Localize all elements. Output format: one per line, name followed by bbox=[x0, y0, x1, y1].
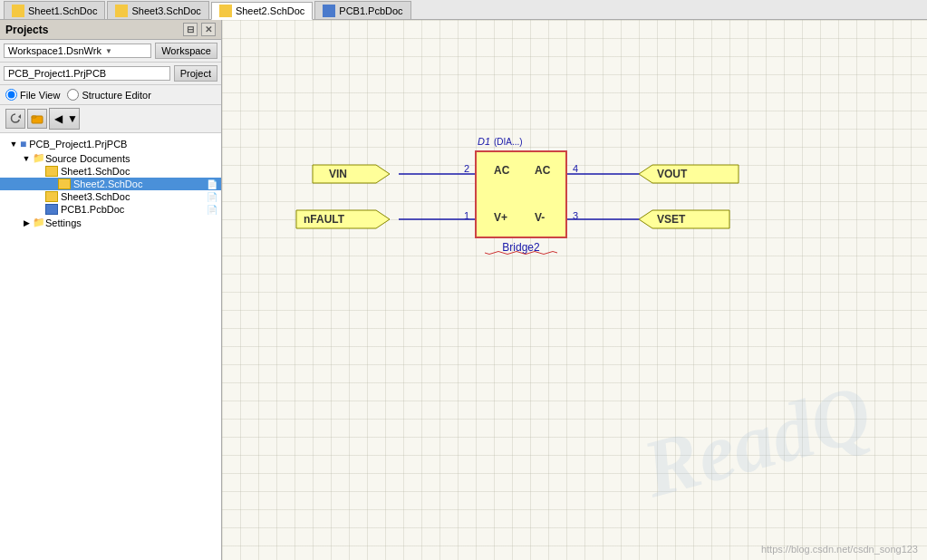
svg-text:VSET: VSET bbox=[657, 213, 686, 226]
svg-text:V-: V- bbox=[535, 211, 545, 224]
svg-marker-0 bbox=[18, 114, 21, 119]
settings-expander[interactable]: ▶ bbox=[20, 218, 33, 227]
folder-icon-btn[interactable] bbox=[27, 109, 47, 129]
canvas-area[interactable]: ReadQ 2 1 4 3 AC AC V+ V- bbox=[222, 20, 927, 560]
svg-text:1: 1 bbox=[464, 210, 469, 221]
tab-label-sheet1: Sheet1.SchDoc bbox=[28, 5, 97, 16]
svg-text:D1: D1 bbox=[478, 136, 490, 147]
tab-sheet3[interactable]: Sheet3.SchDoc bbox=[107, 1, 208, 19]
tab-pcb1[interactable]: PCB1.PcbDoc bbox=[314, 1, 410, 19]
svg-text:nFAULT: nFAULT bbox=[304, 213, 345, 226]
schematic-svg: 2 1 4 3 AC AC V+ V- D1 (DIA...) Bridge2 … bbox=[258, 92, 927, 364]
svg-text:AC: AC bbox=[535, 164, 551, 177]
arrow-left-btn[interactable]: ◀ bbox=[50, 109, 66, 129]
file-view-radio-label[interactable]: File View bbox=[5, 89, 60, 101]
tree-root-label: PCB_Project1.PrjPCB bbox=[29, 139, 127, 150]
sheet3-doc-icon: 📄 bbox=[207, 192, 217, 202]
file-view-radio[interactable] bbox=[5, 89, 17, 101]
workspace-toolbar: Workspace1.DsnWrk ▼ Workspace bbox=[0, 40, 221, 63]
workspace-dropdown-value: Workspace1.DsnWrk bbox=[8, 45, 101, 56]
tab-label-pcb1: PCB1.PcbDoc bbox=[339, 5, 402, 16]
structure-editor-radio-label[interactable]: Structure Editor bbox=[67, 89, 150, 101]
settings-folder-icon: 📁 bbox=[33, 217, 45, 228]
structure-editor-label: Structure Editor bbox=[82, 90, 150, 101]
sheet2-edit-icon: 📄 bbox=[207, 179, 217, 189]
watermark: ReadQ bbox=[633, 366, 881, 516]
sheet3-icon bbox=[45, 191, 58, 202]
sidebar-header-icons: ⊟ ✕ bbox=[183, 23, 216, 36]
tab-sheet2[interactable]: Sheet2.SchDoc bbox=[211, 2, 313, 20]
workspace-dropdown-arrow: ▼ bbox=[105, 47, 112, 55]
svg-text:AC: AC bbox=[494, 164, 510, 177]
svg-text:2: 2 bbox=[464, 163, 469, 174]
source-docs-folder-icon: 📁 bbox=[33, 152, 45, 164]
close-button[interactable]: ✕ bbox=[201, 23, 216, 36]
file-view-label: File View bbox=[20, 90, 60, 101]
pcb1-doc-icon: 📄 bbox=[207, 205, 217, 215]
view-options: File View Structure Editor bbox=[0, 85, 221, 105]
root-expander[interactable]: ▼ bbox=[7, 140, 20, 149]
tree-item-settings[interactable]: ▶ 📁 Settings bbox=[0, 216, 221, 229]
structure-editor-radio[interactable] bbox=[67, 89, 79, 101]
workspace-dropdown[interactable]: Workspace1.DsnWrk ▼ bbox=[4, 43, 151, 58]
project-toolbar: PCB_Project1.PrjPCB Project bbox=[0, 63, 221, 85]
tree-sheet2-label: Sheet2.SchDoc bbox=[73, 179, 142, 189]
sheet1-icon bbox=[45, 166, 58, 177]
tree-source-docs-label: Source Documents bbox=[45, 153, 130, 164]
bottom-url: https://blog.csdn.net/csdn_song123 bbox=[761, 544, 918, 555]
svg-marker-23 bbox=[639, 165, 739, 183]
sidebar-title: Projects bbox=[5, 24, 48, 36]
svg-text:3: 3 bbox=[573, 210, 578, 221]
svg-text:(DIA...): (DIA...) bbox=[494, 137, 523, 147]
pin-button[interactable]: ⊟ bbox=[183, 23, 198, 36]
tab-icon-sch3 bbox=[115, 5, 128, 17]
tree-item-pcb1[interactable]: PCB1.PcbDoc 📄 bbox=[0, 203, 221, 216]
projects-panel: Projects ⊟ ✕ Workspace1.DsnWrk ▼ Workspa… bbox=[0, 20, 222, 560]
tree-item-root[interactable]: ▼ ■ PCB_Project1.PrjPCB bbox=[0, 137, 221, 151]
refresh-icon-btn[interactable] bbox=[5, 109, 25, 129]
tab-icon-pcb1 bbox=[323, 5, 335, 17]
tree-pcb1-label: PCB1.PcbDoc bbox=[61, 204, 124, 215]
tab-sheet1[interactable]: Sheet1.SchDoc bbox=[4, 1, 105, 19]
tab-label-sheet3: Sheet3.SchDoc bbox=[131, 5, 200, 16]
svg-rect-7 bbox=[476, 151, 566, 237]
tab-icon-sch1 bbox=[12, 5, 24, 17]
tree-sheet3-label: Sheet3.SchDoc bbox=[61, 191, 130, 202]
project-tree: ▼ ■ PCB_Project1.PrjPCB ▼ 📁 Source Docum… bbox=[0, 133, 221, 560]
svg-text:VOUT: VOUT bbox=[657, 168, 688, 180]
svg-text:4: 4 bbox=[573, 163, 578, 174]
tab-bar: Sheet1.SchDoc Sheet3.SchDoc Sheet2.SchDo… bbox=[0, 0, 927, 20]
project-button[interactable]: Project bbox=[174, 65, 217, 82]
refresh-icon bbox=[9, 112, 22, 125]
pcb1-icon bbox=[45, 204, 58, 215]
icon-toolbar: ◀ ▼ bbox=[0, 105, 221, 133]
tab-label-sheet2: Sheet2.SchDoc bbox=[236, 5, 304, 16]
svg-text:VIN: VIN bbox=[329, 168, 347, 180]
dropdown-btn[interactable]: ▼ bbox=[66, 109, 79, 129]
tree-settings-label: Settings bbox=[45, 217, 82, 228]
project-dropdown-value: PCB_Project1.PrjPCB bbox=[8, 68, 106, 79]
project-dropdown[interactable]: PCB_Project1.PrjPCB bbox=[4, 66, 170, 81]
tree-item-sheet1[interactable]: Sheet1.SchDoc bbox=[0, 165, 221, 178]
sheet2-icon bbox=[58, 179, 71, 189]
tab-icon-sch2 bbox=[219, 5, 232, 17]
folder-open-icon bbox=[31, 112, 43, 125]
workspace-button[interactable]: Workspace bbox=[155, 43, 217, 59]
sidebar-header: Projects ⊟ ✕ bbox=[0, 20, 221, 40]
svg-marker-19 bbox=[313, 165, 390, 183]
tree-item-sheet2[interactable]: Sheet2.SchDoc 📄 bbox=[0, 178, 221, 190]
tree-item-source-docs[interactable]: ▼ 📁 Source Documents bbox=[0, 151, 221, 165]
main-layout: Projects ⊟ ✕ Workspace1.DsnWrk ▼ Workspa… bbox=[0, 20, 927, 560]
root-icon: ■ bbox=[20, 138, 26, 150]
svg-text:V+: V+ bbox=[494, 211, 507, 224]
svg-rect-2 bbox=[32, 116, 36, 118]
tree-item-sheet3[interactable]: Sheet3.SchDoc 📄 bbox=[0, 190, 221, 203]
tree-sheet1-label: Sheet1.SchDoc bbox=[61, 166, 130, 177]
source-docs-expander[interactable]: ▼ bbox=[20, 154, 33, 163]
